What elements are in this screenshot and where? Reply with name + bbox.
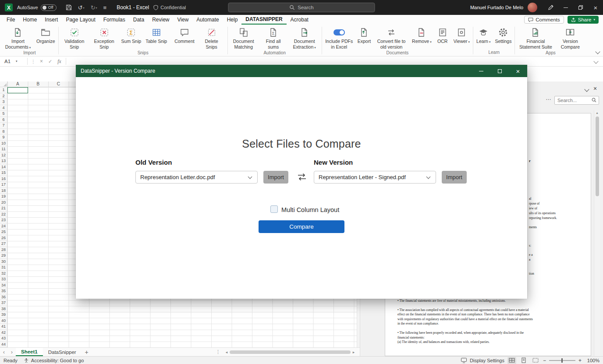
tab-home[interactable]: Home — [19, 15, 41, 25]
minimize-button[interactable] — [558, 0, 573, 15]
row-header[interactable]: 9 — [0, 134, 7, 141]
document-extraction-button[interactable]: Document Extraction▾ — [289, 25, 320, 50]
row-header[interactable]: 17 — [0, 182, 7, 188]
row-header[interactable]: 26 — [0, 235, 7, 241]
row-header[interactable]: 1 — [0, 87, 7, 93]
column-header-a[interactable]: A — [7, 81, 28, 87]
row-header[interactable]: 5 — [0, 111, 7, 117]
row-header[interactable]: 32 — [0, 271, 7, 277]
row-header[interactable]: 27 — [0, 241, 7, 247]
row-header[interactable]: 6 — [0, 117, 7, 123]
row-header[interactable]: 4 — [0, 105, 7, 111]
row-header[interactable]: 11 — [0, 146, 7, 152]
quick-access-menu-icon[interactable]: ≡ — [103, 4, 107, 11]
comment-button[interactable]: Comment — [173, 25, 196, 45]
learn-button[interactable]: Learn▾ — [475, 25, 492, 45]
comments-button[interactable]: Comments — [524, 16, 564, 24]
user-name[interactable]: Manuel Furtado De Melo — [470, 5, 523, 10]
more-options-icon[interactable]: … — [546, 95, 552, 101]
row-header[interactable]: 15 — [0, 170, 7, 176]
exception-snip-button[interactable]: Exception Snip — [90, 25, 119, 50]
scroll-right-icon[interactable]: ▸ — [351, 350, 356, 354]
row-header[interactable]: 25 — [0, 229, 7, 235]
collapse-ribbon-icon[interactable] — [595, 49, 600, 54]
new-import-button[interactable]: Import — [442, 171, 467, 184]
page-break-view-icon[interactable] — [531, 357, 540, 364]
enter-icon[interactable]: ✓ — [48, 59, 52, 64]
dialog-maximize-button[interactable] — [490, 65, 509, 77]
financial-statement-suite-button[interactable]: Financial Statement Suite — [516, 25, 555, 50]
find-all-sums-button[interactable]: Σ Find all sums — [259, 25, 288, 50]
formula-bar-expand-icon[interactable] — [593, 59, 598, 64]
scrollbar-thumb[interactable] — [596, 117, 599, 196]
avatar[interactable] — [528, 3, 537, 12]
save-icon[interactable] — [66, 4, 72, 11]
row-header[interactable]: 10 — [0, 141, 7, 147]
include-pdfs-button[interactable]: Include PDFs in Excel — [323, 25, 355, 50]
row-header[interactable]: 14 — [0, 164, 7, 170]
organize-button[interactable]: Organize — [35, 25, 57, 45]
autosave-toggle[interactable]: Off — [41, 4, 57, 11]
scroll-left-icon[interactable]: ◂ — [224, 350, 229, 354]
row-header[interactable]: 8 — [0, 129, 7, 135]
tab-help[interactable]: Help — [223, 15, 242, 25]
row-header[interactable]: 2 — [0, 93, 7, 99]
remove-button[interactable]: Remove▾ — [410, 25, 433, 45]
tab-file[interactable]: File — [3, 15, 19, 25]
viewer-button[interactable]: Viewer▾ — [452, 25, 472, 45]
version-compare-button[interactable]: Version Compare — [556, 25, 585, 50]
tab-datasnipper[interactable]: DATASNIPPER — [241, 15, 286, 25]
tab-acrobat[interactable]: Acrobat — [287, 15, 312, 25]
column-header-b[interactable]: B — [28, 81, 49, 87]
row-header[interactable]: 37 — [0, 300, 7, 306]
sensitivity-label[interactable]: Confidential — [153, 5, 186, 10]
row-header[interactable]: 36 — [0, 294, 7, 300]
convert-file-button[interactable]: Convert file to old version — [373, 25, 409, 50]
row-header[interactable]: 18 — [0, 188, 7, 194]
row-header[interactable]: 35 — [0, 288, 7, 294]
sheet-nav-right-icon[interactable]: › — [8, 348, 16, 356]
scrollbar-thumb[interactable] — [230, 350, 351, 354]
restore-button[interactable] — [573, 0, 588, 15]
export-button[interactable]: Export — [356, 25, 372, 45]
page-layout-view-icon[interactable] — [519, 357, 528, 364]
row-header[interactable]: 33 — [0, 276, 7, 283]
multi-column-checkbox[interactable] — [270, 205, 278, 213]
row-header[interactable]: 24 — [0, 223, 7, 230]
zoom-slider-thumb[interactable] — [561, 358, 563, 363]
row-header[interactable]: 44 — [0, 342, 7, 348]
row-header[interactable]: 22 — [0, 212, 7, 218]
row-header[interactable]: 7 — [0, 123, 7, 129]
close-icon[interactable]: × — [593, 85, 597, 92]
row-header[interactable]: 39 — [0, 312, 7, 318]
dialog-close-button[interactable]: × — [509, 65, 527, 77]
tab-review[interactable]: Review — [148, 15, 173, 25]
chevron-down-icon[interactable] — [584, 87, 589, 92]
pen-icon[interactable] — [543, 0, 558, 15]
delete-snips-button[interactable]: Delete Snips — [197, 25, 226, 50]
insert-function-icon[interactable]: fx — [57, 59, 61, 64]
row-header[interactable]: 42 — [0, 330, 7, 336]
document-matching-button[interactable]: Document Matching — [229, 25, 258, 50]
column-header-c[interactable]: C — [48, 81, 69, 87]
name-box[interactable]: A1▾ — [0, 57, 25, 66]
row-header[interactable]: 38 — [0, 306, 7, 312]
zoom-level[interactable]: 100% — [585, 358, 599, 363]
validation-snip-button[interactable]: Validation Snip — [60, 25, 89, 50]
display-settings-label[interactable]: Display Settings — [470, 358, 504, 363]
undo-icon[interactable]: ↺▾ — [78, 4, 85, 11]
row-header[interactable]: 13 — [0, 158, 7, 164]
ocr-button[interactable]: OCR — [434, 25, 451, 45]
row-header[interactable]: 41 — [0, 324, 7, 330]
row-headers[interactable]: 1234567891011121314151617181920212223242… — [0, 87, 7, 347]
tab-view[interactable]: View — [174, 15, 193, 25]
tabbar-more-icon[interactable]: ⋮ — [216, 349, 220, 355]
dialog-minimize-button[interactable] — [472, 65, 490, 77]
settings-button[interactable]: Settings — [493, 25, 513, 45]
name-box-resize-handle[interactable]: ⋮ — [31, 59, 35, 64]
search-box[interactable]: Search — [228, 3, 375, 12]
pane-vertical-scrollbar[interactable]: ▴ — [594, 110, 600, 356]
dialog-titlebar[interactable]: DataSnipper - Version Compare × — [76, 65, 527, 77]
old-version-select[interactable]: Representation Letter.doc.pdf — [135, 171, 258, 184]
sheet-tab-datasnipper[interactable]: DataSnipper — [43, 348, 82, 356]
